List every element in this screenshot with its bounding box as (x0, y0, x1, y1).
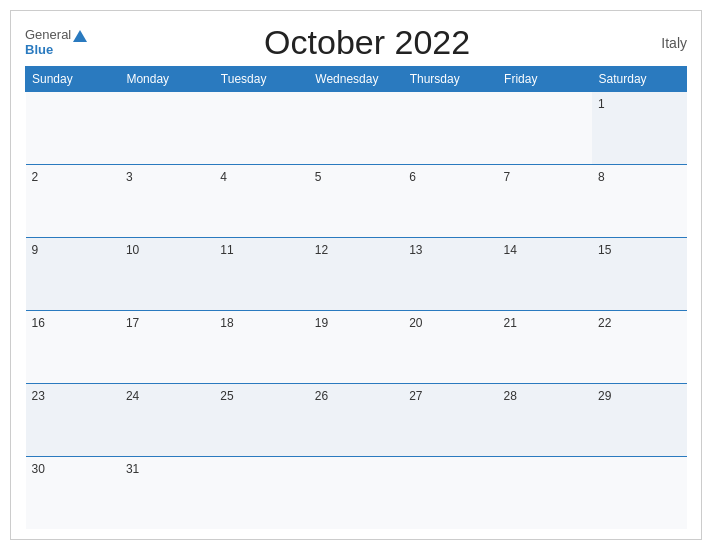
day-cell: 10 (120, 237, 214, 310)
day-number: 31 (126, 462, 139, 476)
day-cell: 25 (214, 383, 308, 456)
day-number: 18 (220, 316, 233, 330)
header-monday: Monday (120, 67, 214, 92)
day-number: 7 (504, 170, 511, 184)
day-cell: 14 (498, 237, 592, 310)
week-row-2: 9101112131415 (26, 237, 687, 310)
day-cell: 1 (592, 92, 686, 165)
calendar-table: Sunday Monday Tuesday Wednesday Thursday… (25, 66, 687, 529)
day-cell: 31 (120, 456, 214, 529)
day-cell (498, 456, 592, 529)
day-cell: 18 (214, 310, 308, 383)
day-cell: 19 (309, 310, 403, 383)
day-cell (309, 92, 403, 165)
week-row-0: 1 (26, 92, 687, 165)
day-number: 1 (598, 97, 605, 111)
day-cell: 26 (309, 383, 403, 456)
day-cell (403, 92, 497, 165)
day-cell: 27 (403, 383, 497, 456)
calendar-header: General Blue October 2022 Italy (25, 23, 687, 62)
day-cell: 22 (592, 310, 686, 383)
day-number: 2 (32, 170, 39, 184)
day-cell (214, 92, 308, 165)
day-cell: 13 (403, 237, 497, 310)
day-number: 26 (315, 389, 328, 403)
week-row-4: 23242526272829 (26, 383, 687, 456)
day-number: 12 (315, 243, 328, 257)
day-cell: 8 (592, 164, 686, 237)
day-number: 30 (32, 462, 45, 476)
day-cell: 2 (26, 164, 120, 237)
week-row-1: 2345678 (26, 164, 687, 237)
calendar: General Blue October 2022 Italy Sunday M… (10, 10, 702, 540)
header-saturday: Saturday (592, 67, 686, 92)
day-number: 22 (598, 316, 611, 330)
day-number: 16 (32, 316, 45, 330)
country-label: Italy (647, 35, 687, 51)
day-cell: 5 (309, 164, 403, 237)
day-cell: 16 (26, 310, 120, 383)
day-cell (26, 92, 120, 165)
day-cell: 11 (214, 237, 308, 310)
month-title: October 2022 (87, 23, 647, 62)
day-cell: 24 (120, 383, 214, 456)
day-number: 6 (409, 170, 416, 184)
header-thursday: Thursday (403, 67, 497, 92)
week-row-3: 16171819202122 (26, 310, 687, 383)
day-cell (120, 92, 214, 165)
day-number: 25 (220, 389, 233, 403)
day-number: 24 (126, 389, 139, 403)
logo-blue-text: Blue (25, 43, 53, 57)
day-number: 8 (598, 170, 605, 184)
day-number: 23 (32, 389, 45, 403)
day-number: 4 (220, 170, 227, 184)
day-number: 19 (315, 316, 328, 330)
day-cell: 7 (498, 164, 592, 237)
header-friday: Friday (498, 67, 592, 92)
day-cell: 4 (214, 164, 308, 237)
day-cell: 17 (120, 310, 214, 383)
day-cell (309, 456, 403, 529)
logo-triangle-icon (73, 30, 87, 42)
day-number: 11 (220, 243, 233, 257)
day-number: 27 (409, 389, 422, 403)
day-number: 17 (126, 316, 139, 330)
day-number: 21 (504, 316, 517, 330)
day-number: 9 (32, 243, 39, 257)
day-cell: 20 (403, 310, 497, 383)
day-headers-row: Sunday Monday Tuesday Wednesday Thursday… (26, 67, 687, 92)
header-wednesday: Wednesday (309, 67, 403, 92)
day-number: 15 (598, 243, 611, 257)
day-cell: 6 (403, 164, 497, 237)
day-number: 10 (126, 243, 139, 257)
day-number: 20 (409, 316, 422, 330)
logo: General Blue (25, 28, 87, 57)
day-number: 5 (315, 170, 322, 184)
day-cell: 21 (498, 310, 592, 383)
day-number: 29 (598, 389, 611, 403)
day-cell: 30 (26, 456, 120, 529)
day-cell: 28 (498, 383, 592, 456)
day-cell: 3 (120, 164, 214, 237)
day-number: 14 (504, 243, 517, 257)
day-cell: 29 (592, 383, 686, 456)
header-sunday: Sunday (26, 67, 120, 92)
logo-general-text: General (25, 28, 87, 42)
day-cell: 23 (26, 383, 120, 456)
week-row-5: 3031 (26, 456, 687, 529)
day-cell (214, 456, 308, 529)
day-number: 28 (504, 389, 517, 403)
header-tuesday: Tuesday (214, 67, 308, 92)
day-number: 13 (409, 243, 422, 257)
day-cell (403, 456, 497, 529)
day-cell: 15 (592, 237, 686, 310)
day-cell: 9 (26, 237, 120, 310)
day-cell: 12 (309, 237, 403, 310)
day-cell (592, 456, 686, 529)
day-number: 3 (126, 170, 133, 184)
day-cell (498, 92, 592, 165)
